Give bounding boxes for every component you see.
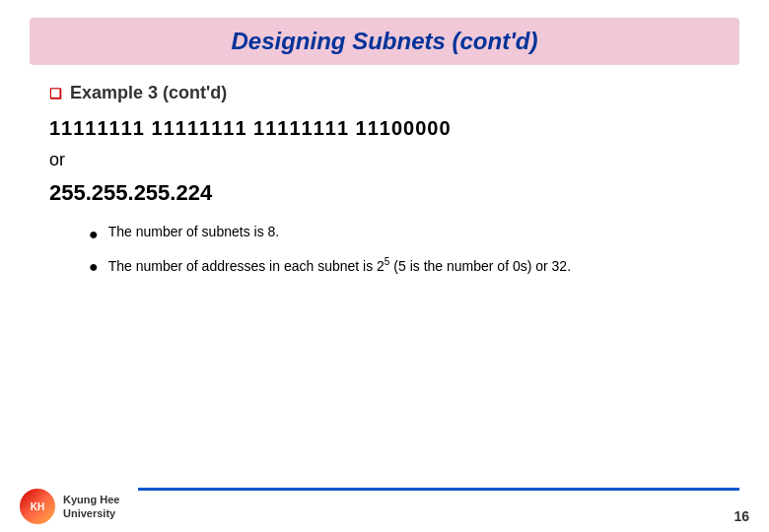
or-line: or	[49, 150, 720, 170]
logo-emblem: KH	[20, 489, 55, 524]
ip-address-line: 255.255.255.224	[49, 180, 720, 206]
bullet-text-2: The number of addresses in each subnet i…	[108, 254, 720, 277]
bullet-list: ● The number of subnets is 8. ● The numb…	[89, 222, 720, 279]
footer: KH Kyung Hee University 16	[0, 481, 769, 532]
bullet-dot-2: ●	[89, 255, 99, 279]
footer-logo: KH Kyung Hee University	[20, 489, 119, 524]
binary-zeros: 00000	[391, 117, 452, 139]
slide-title: Designing Subnets (cont'd)	[49, 28, 720, 55]
bullet-dot-1: ●	[89, 223, 99, 246]
footer-line	[138, 488, 739, 491]
bullet-text-1: The number of subnets is 8.	[108, 222, 720, 242]
diamond-icon: ❑	[49, 86, 62, 101]
slide-content: ❑ Example 3 (cont'd) 11111111 11111111 1…	[0, 65, 769, 532]
university-name: Kyung Hee University	[63, 493, 119, 521]
bullet-item-2: ● The number of addresses in each subnet…	[89, 254, 720, 279]
example-heading-text: Example 3 (cont'd)	[70, 83, 227, 103]
binary-line: 11111111 11111111 11111111 11100000	[49, 117, 720, 140]
bullet-suffix-2: (5 is the number of 0s) or 32.	[389, 258, 571, 274]
binary-ones: 11111111 11111111 11111111 111	[49, 117, 391, 139]
example-heading: ❑ Example 3 (cont'd)	[49, 83, 720, 103]
title-bar: Designing Subnets (cont'd)	[30, 18, 739, 65]
page-number: 16	[734, 508, 749, 524]
slide: Designing Subnets (cont'd) ❑ Example 3 (…	[0, 0, 769, 532]
bullet-item-1: ● The number of subnets is 8.	[89, 222, 720, 246]
